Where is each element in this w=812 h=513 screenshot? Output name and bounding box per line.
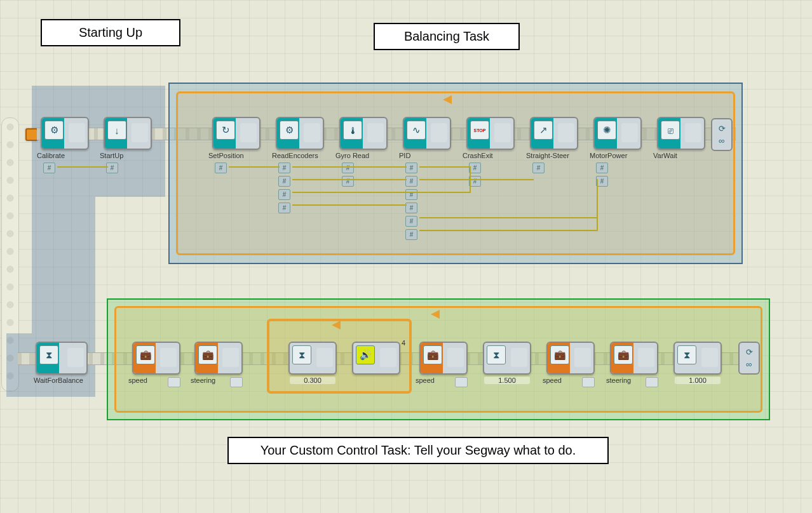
block-sound[interactable]: 🔊 (353, 342, 399, 375)
suitcase-icon: 💼 (614, 345, 633, 364)
wait-icon: ⎚ (661, 121, 680, 140)
block-varwait[interactable]: ⎚ VarWait (658, 117, 704, 159)
loop-count-value: 4 (402, 339, 405, 347)
infinity-icon: ∞ (746, 359, 752, 369)
block-startup[interactable]: ↓ StartUp (105, 117, 151, 159)
block-speed3[interactable]: 💼 speed (548, 342, 593, 384)
suitcase-icon: 💼 (550, 345, 569, 364)
datatype-tag (582, 377, 595, 387)
loop-balancing[interactable]: ⟳ ∞ (168, 83, 743, 264)
data-port[interactable] (106, 163, 118, 173)
cycle-icon: ⟳ (719, 124, 726, 133)
block-pid[interactable]: ∿ PID (404, 117, 450, 159)
datatype-tag (646, 377, 658, 387)
timer-icon: ⧗ (677, 345, 696, 364)
block-gyroread[interactable]: 🌡 Gyro Read (341, 117, 386, 159)
label-custom-task: Your Custom Control Task: Tell your Segw… (227, 437, 609, 464)
data-port[interactable] (405, 189, 417, 200)
gear-icon: ⚙ (280, 121, 299, 140)
block-wait2[interactable]: ⧗ 1.500 (484, 342, 530, 384)
block-steering2[interactable]: 💼 steering (611, 342, 657, 384)
loop-arrow-icon (443, 95, 452, 104)
block-waitforbalance[interactable]: ⧗ WaitForBalance (37, 342, 86, 384)
cycle-icon: ⟳ (746, 347, 753, 357)
data-port[interactable] (278, 203, 290, 213)
rotate-icon: ↻ (216, 121, 235, 140)
block-readencoders[interactable]: ⚙ ReadEncoders (277, 117, 323, 159)
label-balancing-task: Balancing Task (374, 23, 520, 50)
steer-icon: ↗ (534, 121, 553, 140)
motor-icon: ✺ (597, 121, 616, 140)
datatype-tag (230, 377, 243, 387)
data-port[interactable] (43, 163, 55, 173)
block-wait3[interactable]: ⧗ 1.000 (675, 342, 721, 384)
data-port[interactable] (405, 203, 417, 213)
block-speed1[interactable]: 💼 speed (133, 342, 179, 384)
data-port[interactable] (596, 163, 608, 173)
block-setposition[interactable]: ↻ SetPosition (213, 117, 259, 159)
sound-icon: 🔊 (356, 345, 375, 364)
block-crashexit[interactable]: STOP CrashExit (468, 117, 513, 159)
suitcase-icon: 💼 (136, 345, 155, 364)
block-straightsteer[interactable]: ↗ Straight-Steer (531, 117, 577, 159)
data-port[interactable] (405, 216, 417, 227)
block-calibrate[interactable]: ⚙ Calibrate (42, 117, 88, 159)
start-node-top[interactable] (25, 128, 38, 141)
loop-arrow-icon (431, 310, 440, 319)
datatype-tag (168, 377, 180, 387)
hourglass-icon: ⧗ (39, 345, 58, 364)
stop-icon: STOP (470, 121, 489, 140)
block-speed2[interactable]: 💼 speed (421, 342, 466, 384)
loop-end-balancing[interactable]: ⟳ ∞ (711, 118, 733, 151)
data-port[interactable] (278, 189, 290, 200)
suitcase-icon: 💼 (198, 345, 217, 364)
data-port[interactable] (532, 163, 545, 173)
data-port[interactable] (405, 163, 417, 173)
infinity-icon: ∞ (719, 136, 724, 145)
block-steering1[interactable]: 💼 steering (196, 342, 241, 384)
data-port[interactable] (278, 176, 290, 187)
loop-end-control[interactable]: ⟳ ∞ (738, 342, 760, 375)
calibrate-icon: ⚙ (44, 121, 64, 140)
suitcase-icon: 💼 (423, 345, 442, 364)
wave-icon: ∿ (407, 121, 426, 140)
datatype-tag (455, 377, 468, 387)
data-port[interactable] (342, 176, 354, 187)
block-motorpower[interactable]: ✺ MotorPower (595, 117, 640, 159)
data-port[interactable] (278, 163, 290, 173)
sequence-beam (1, 117, 19, 392)
data-port[interactable] (405, 176, 417, 187)
data-port[interactable] (342, 163, 354, 173)
selection-highlight (32, 197, 95, 333)
timer-icon: ⧗ (487, 345, 506, 364)
data-port[interactable] (405, 229, 417, 240)
label-starting-up: Starting Up (41, 19, 180, 46)
timer-icon: ⧗ (292, 345, 311, 364)
data-port[interactable] (215, 163, 227, 173)
thermometer-icon: 🌡 (343, 121, 362, 140)
loop-arrow-icon (332, 321, 341, 330)
download-icon: ↓ (107, 121, 126, 140)
block-wait1[interactable]: ⧗ 0.300 (290, 342, 335, 384)
